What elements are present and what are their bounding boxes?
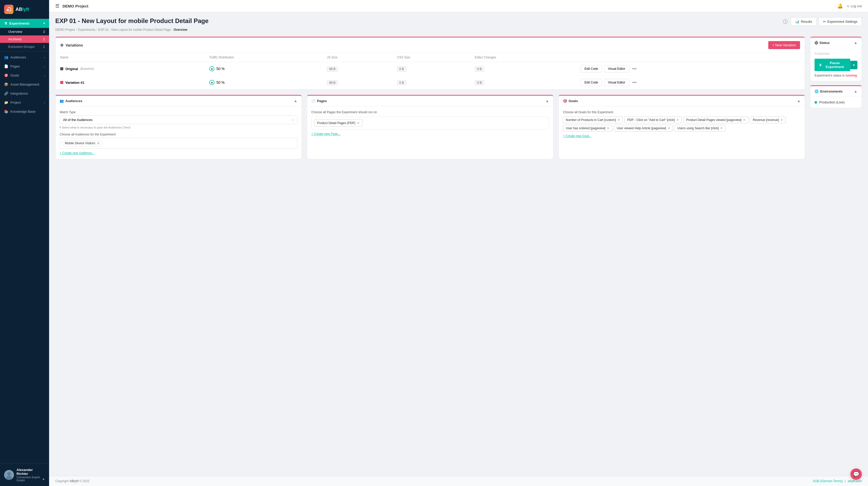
pages-card-title: 📄 Pages [311, 99, 327, 103]
goal-chip-3-remove[interactable]: ✕ [780, 118, 783, 122]
audiences-card: 👥 Audiences ▲ Match Type All of the Audi… [55, 95, 302, 159]
user-profile[interactable]: Alexander Richter Conversion Expert GmbH… [0, 463, 49, 486]
sidebar-item-goals[interactable]: 🎯 Goals › [0, 71, 49, 80]
goals-chips-container: Number of Products in Cart [custom] ✕ PD… [563, 117, 801, 132]
experiment-settings-button[interactable]: ✏ Experiment Settings [819, 17, 862, 26]
notifications-bell-icon[interactable]: 🔔 [837, 3, 843, 9]
user-name: Alexander Richter [17, 468, 45, 476]
breadcrumb-exp01[interactable]: EXP 01 - New Layout for mobile Product D… [98, 28, 171, 32]
goal-chip-0-remove[interactable]: ✕ [617, 118, 620, 122]
knowledge-label: Knowledge Base [10, 110, 36, 113]
logout-button[interactable]: ⎋ Log out [847, 4, 862, 8]
more-options-original-button[interactable]: ••• [631, 65, 638, 72]
sidebar-item-archived[interactable]: Archived 1 [0, 35, 49, 43]
sidebar-item-exclusion-groups[interactable]: Exclusion Groups 1 [0, 43, 49, 50]
breadcrumb-experiments[interactable]: Experiments [78, 28, 95, 32]
table-row: Original (Baseline) ◑ 50 % [56, 62, 805, 76]
sidebar-item-audiences[interactable]: 👥 Audiences › [0, 53, 49, 62]
footer-agb-link[interactable]: AGB (German Terms) [813, 479, 843, 483]
environments-title: 🌐 Environments [814, 89, 843, 93]
pages-collapse-icon[interactable]: ▲ [545, 99, 549, 103]
footer-domain-link[interactable]: ablyft.com [847, 479, 862, 483]
goal-chip-6-remove[interactable]: ✕ [720, 126, 723, 130]
chat-bubble-button[interactable]: 💬 [850, 468, 862, 480]
content-main: ⚙ Variations + New Variation Name Traffi… [55, 37, 805, 159]
status-card-title: ⏻ Status [814, 41, 830, 45]
page-chip-label: Product Detail Pages (PDP) [317, 121, 355, 125]
sidebar-item-asset-management[interactable]: 📦 Asset Management [0, 80, 49, 89]
pause-icon: ⏸ [819, 63, 822, 67]
sidebar-item-knowledge-base[interactable]: 📚 Knowledge Base [0, 107, 49, 116]
sidebar-item-pages[interactable]: 📄 Pages › [0, 62, 49, 71]
pages-label: Pages [10, 64, 20, 68]
results-button[interactable]: 📊 Results [791, 17, 816, 26]
breadcrumb-demo-project[interactable]: DEMO Project [55, 28, 75, 32]
variations-card: ⚙ Variations + New Variation Name Traffi… [55, 37, 805, 90]
goal-chip-5-remove[interactable]: ✕ [668, 126, 670, 130]
overview-badge: 2 [43, 30, 45, 34]
sidebar-item-project[interactable]: 📁 Project › [0, 98, 49, 107]
match-type-label: Match Type [60, 110, 297, 114]
environments-card: 🌐 Environments ▲ Production (Live) [810, 85, 862, 108]
project-icon: 📁 [4, 101, 8, 105]
pause-dropdown-button[interactable]: ▾ [850, 61, 858, 69]
footer-brand: ABlyft [69, 479, 79, 483]
chevron-pages: › [44, 65, 45, 68]
status-collapse-icon[interactable]: ▲ [854, 40, 858, 45]
pages-chips-container: Product Detail Pages (PDP) ✕ [311, 117, 549, 130]
variations-table: Name Traffic Distribution JS Size CSS Si… [56, 53, 805, 89]
traffic-circle-icon: ◑ [209, 80, 214, 85]
goal-chip-1-remove[interactable]: ✕ [676, 118, 679, 122]
audiences-label: Audiences [10, 55, 26, 59]
audiences-collapse-icon[interactable]: ▲ [294, 99, 297, 103]
table-header-row: Name Traffic Distribution JS Size CSS Si… [56, 53, 805, 62]
sidebar-item-overview[interactable]: Overview 2 [0, 28, 49, 35]
edit-code-original-button[interactable]: Edit Code [581, 65, 602, 73]
chevron-icon: ▾ [43, 22, 45, 25]
pages-card: 📄 Pages ▲ Choose all Pages the Experimen… [307, 95, 553, 159]
goal-chip: User has ordered [pageview] ✕ [563, 125, 612, 132]
content-grid: ⚙ Variations + New Variation Name Traffi… [55, 37, 862, 159]
pages-description: Choose all Pages the Experiment should r… [311, 110, 549, 114]
audiences-card-body: Match Type All of the AudiencesAny of th… [56, 106, 302, 159]
logo-icon [4, 5, 13, 14]
visual-editor-variation1-button[interactable]: Visual Editor [604, 79, 629, 86]
page-chip-remove[interactable]: ✕ [357, 121, 360, 125]
more-options-variation1-button[interactable]: ••• [631, 79, 638, 86]
create-page-link[interactable]: + Create new Page... [311, 132, 340, 136]
info-circle-icon: ℹ [60, 126, 61, 129]
variations-card-header: ⚙ Variations + New Variation [56, 37, 805, 53]
sidebar-item-integrations[interactable]: 🔗 Integrations [0, 89, 49, 98]
environments-collapse-icon[interactable]: ▲ [854, 89, 858, 93]
user-company: Conversion Expert GmbH ▲ [17, 476, 45, 482]
create-goal-link[interactable]: + Create new Goal... [563, 134, 591, 138]
help-text: ℹ Select what is necessary to pass the A… [60, 126, 297, 129]
archived-label: Archived [8, 37, 22, 41]
visual-editor-original-button[interactable]: Visual Editor [604, 65, 629, 73]
project-name: DEMO Project [63, 4, 88, 8]
goal-chip-4-remove[interactable]: ✕ [607, 126, 610, 130]
environment-item: Production (Live) [814, 100, 858, 104]
project-label: Project [10, 101, 21, 105]
goals-collapse-icon[interactable]: ▲ [797, 99, 801, 103]
new-variation-button[interactable]: + New Variation [768, 41, 800, 49]
power-icon: ⏻ [814, 41, 818, 45]
goal-chip-2-remove[interactable]: ✕ [743, 118, 746, 122]
menu-button[interactable]: ☰ [55, 3, 59, 9]
chart-icon: 📊 [795, 20, 799, 24]
topbar-right: 🔔 ⎋ Log out [837, 3, 862, 9]
pause-experiment-button[interactable]: ⏸ Pause Experiment [814, 59, 850, 71]
pause-btn-group: ⏸ Pause Experiment ▾ [814, 59, 858, 71]
goal-chip: PDP - Click on "Add to Cart" [click] ✕ [624, 117, 682, 123]
env-active-dot [814, 101, 817, 104]
audience-chip-remove[interactable]: ✕ [97, 141, 100, 145]
create-audience-link[interactable]: + Create new Audience... [60, 151, 94, 155]
edit-code-variation1-button[interactable]: Edit Code [581, 79, 602, 86]
sidebar-logo: ABlyft [0, 0, 49, 19]
sidebar-item-experiments[interactable]: ⚗ Experiments ▾ [0, 19, 49, 28]
match-type-select[interactable]: All of the AudiencesAny of the Audiences [60, 116, 297, 124]
js-size-variation1: 99 B [327, 80, 338, 85]
info-button[interactable]: ⓘ [782, 18, 789, 26]
goal-chip-label: Product Detail Pages viewed [pageview] [686, 118, 741, 122]
js-size-original: 99 B [327, 66, 338, 72]
